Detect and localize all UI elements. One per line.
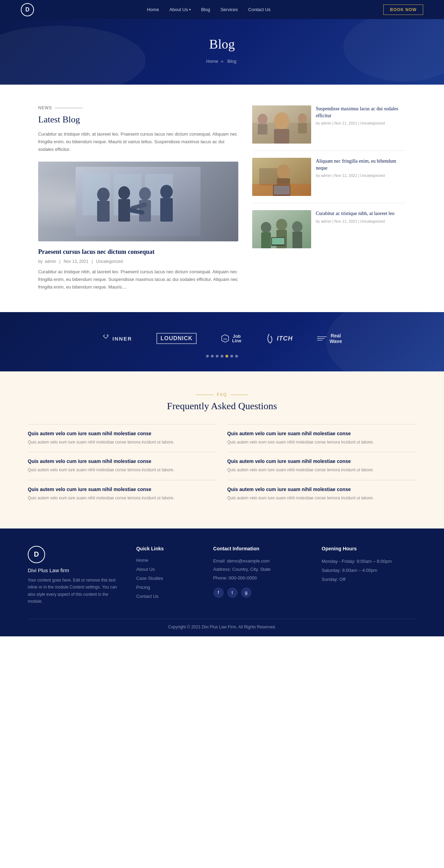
faq-question-3[interactable]: Quis autem velo cum iure suam nihil mole… bbox=[28, 458, 217, 464]
breadcrumb: Home » Blog bbox=[7, 59, 437, 64]
hours-sunday: Sunday: Off bbox=[322, 575, 416, 584]
svg-rect-39 bbox=[272, 238, 284, 244]
footer-links-list: Home About Us Case Studies Pricing Conta… bbox=[136, 557, 199, 599]
featured-image-svg bbox=[76, 167, 200, 236]
svg-text:Job: Job bbox=[223, 338, 227, 340]
footer-quick-links-col: Quick Links Home About Us Case Studies P… bbox=[136, 546, 199, 605]
faq-title: Frequently Asked Questions bbox=[28, 401, 416, 412]
navbar-links: Home About Us Blog Services Contact Us bbox=[147, 7, 270, 12]
faq-question-2[interactable]: Quis autem velo cum iure suam nihil mole… bbox=[227, 431, 416, 436]
dot-2[interactable] bbox=[211, 355, 214, 358]
sidebar-thumb-3 bbox=[252, 210, 311, 248]
sidebar-article-1: Suspendisse maximus lacus ac dui sodales… bbox=[252, 105, 406, 151]
blog-right-col: Suspendisse maximus lacus ac dui sodales… bbox=[252, 105, 406, 291]
brand-jobline: Job Job Line bbox=[221, 334, 241, 343]
featured-article-excerpt: Curabitur ac tristique nibh, at laoreet … bbox=[38, 268, 238, 291]
sidebar-article-3: Curabitur ac tristique nibh, at laoreet … bbox=[252, 210, 406, 255]
sidebar-article-3-title[interactable]: Curabitur ac tristique nibh, at laoreet … bbox=[316, 210, 406, 217]
svg-point-7 bbox=[118, 186, 130, 199]
nav-blog[interactable]: Blog bbox=[201, 7, 210, 12]
footer-contact-col: Contact Information Email: demo@example.… bbox=[213, 546, 308, 605]
sidebar-thumb-2 bbox=[252, 158, 311, 196]
faq-item-4: Quis autem velo cum iure suam nihil mole… bbox=[227, 452, 416, 480]
latest-blog-desc: Curabitur ac tristique nibh, at laoreet … bbox=[38, 130, 238, 153]
brand-inner: INNER bbox=[102, 335, 132, 342]
carousel-dots bbox=[7, 355, 437, 358]
faq-answer-2: Quis autem velo eum iure suam nihil mole… bbox=[227, 439, 416, 446]
dot-6[interactable] bbox=[230, 355, 233, 358]
featured-article-title[interactable]: Praesent cursus lacus nec dictum consequ… bbox=[38, 248, 238, 256]
dot-3[interactable] bbox=[216, 355, 219, 358]
svg-point-18 bbox=[274, 112, 289, 130]
dot-4[interactable] bbox=[221, 355, 223, 358]
footer-bottom: Copyright © 2021 Divi Plus Law Firm. All… bbox=[28, 619, 416, 629]
svg-rect-30 bbox=[252, 184, 311, 196]
sidebar-article-1-meta: by admin | Nov 11, 2021 | Uncategorized bbox=[316, 121, 406, 125]
featured-article-meta: by admin | Nov 13, 2021 | Uncategorized bbox=[38, 259, 238, 264]
brands-section: INNER LOUDNICK Job Job Line ITCH bbox=[0, 312, 444, 372]
svg-rect-37 bbox=[292, 232, 302, 248]
breadcrumb-home[interactable]: Home bbox=[206, 59, 218, 64]
faq-question-6[interactable]: Quis autem velo cum iure suam nihil mole… bbox=[227, 487, 416, 492]
faq-header: FAQ Frequently Asked Questions bbox=[28, 392, 416, 412]
faq-item-2: Quis autem velo cum iure suam nihil mole… bbox=[227, 424, 416, 452]
hours-saturday: Saturday: 8:00am – 4:00pm bbox=[322, 566, 416, 575]
social-facebook[interactable]: f bbox=[213, 587, 224, 598]
svg-rect-6 bbox=[97, 201, 110, 222]
svg-rect-19 bbox=[274, 129, 289, 144]
svg-point-26 bbox=[277, 164, 290, 179]
dot-5[interactable] bbox=[225, 355, 228, 358]
nav-contact[interactable]: Contact Us bbox=[248, 7, 271, 12]
faq-question-4[interactable]: Quis autem velo cum iure suam nihil mole… bbox=[227, 458, 416, 464]
faq-item-5: Quis autem velo cum iure suam nihil mole… bbox=[28, 480, 217, 508]
svg-rect-23 bbox=[298, 123, 307, 134]
social-google[interactable]: g bbox=[241, 587, 251, 598]
sidebar-thumb-1 bbox=[252, 105, 311, 144]
faq-answer-6: Quis autem velo eum iure suam nihil mole… bbox=[227, 495, 416, 501]
svg-point-22 bbox=[298, 113, 307, 124]
faq-question-5[interactable]: Quis autem velo cum iure suam nihil mole… bbox=[28, 487, 217, 492]
footer-link-case: Case Studies bbox=[136, 575, 199, 581]
footer-link-home: Home bbox=[136, 557, 199, 563]
brand-pitch: ITCH bbox=[266, 333, 293, 344]
footer-hours: Monday - Friday: 8:00am – 8:00pm Saturda… bbox=[322, 557, 416, 584]
faq-question-1[interactable]: Quis autem velo cum iure suam nihil mole… bbox=[28, 431, 217, 436]
dot-1[interactable] bbox=[206, 355, 209, 358]
footer-company-col: D Divi Plus Law firm Your content goes h… bbox=[28, 546, 122, 605]
copyright-text: Copyright © 2021 Divi Plus Law Firm. All… bbox=[168, 625, 276, 629]
footer-hours-col: Opening Hours Monday - Friday: 8:00am – … bbox=[322, 546, 416, 605]
svg-point-34 bbox=[276, 219, 287, 231]
hours-weekday: Monday - Friday: 8:00am – 8:00pm bbox=[322, 557, 416, 566]
sidebar-article-3-meta: by admin | Nov 11, 2021 | Uncategorized bbox=[316, 219, 406, 223]
faq-answer-1: Quis autem velo eum iure suam nihil mole… bbox=[28, 439, 217, 446]
navbar-logo[interactable]: D bbox=[21, 3, 34, 16]
dot-7[interactable] bbox=[235, 355, 238, 358]
faq-section: FAQ Frequently Asked Questions Quis aute… bbox=[0, 371, 444, 528]
sidebar-article-2: Aliquam nec fringilla enim, eu bibendum … bbox=[252, 158, 406, 203]
footer-hours-title: Opening Hours bbox=[322, 546, 416, 551]
brands-row: INNER LOUDNICK Job Job Line ITCH bbox=[7, 333, 437, 345]
faq-answer-4: Quis autem velo eum iure suam nihil mole… bbox=[227, 467, 416, 473]
svg-point-32 bbox=[261, 222, 271, 233]
book-now-button[interactable]: BOOK NOW bbox=[383, 5, 423, 15]
nav-services[interactable]: Services bbox=[221, 7, 238, 12]
brand-realwave: Real Wave bbox=[317, 333, 342, 345]
nav-about[interactable]: About Us bbox=[169, 7, 190, 12]
hero-title: Blog bbox=[7, 36, 437, 52]
svg-point-20 bbox=[258, 114, 267, 125]
news-label: News bbox=[38, 105, 238, 110]
svg-rect-21 bbox=[258, 124, 267, 135]
footer-logo: D bbox=[28, 546, 45, 563]
brand-loudnick: LOUDNICK bbox=[156, 333, 197, 344]
svg-rect-33 bbox=[261, 232, 271, 248]
footer-link-contact: Contact Us bbox=[136, 593, 199, 599]
blog-section: News Latest Blog Curabitur ac tristique … bbox=[31, 85, 413, 312]
svg-point-11 bbox=[160, 185, 173, 199]
sidebar-article-1-title[interactable]: Suspendisse maximus lacus ac dui sodales… bbox=[316, 105, 406, 119]
footer-contact-title: Contact Information bbox=[213, 546, 308, 551]
faq-answer-5: Quis autem velo eum iure suam nihil mole… bbox=[28, 495, 217, 501]
nav-home[interactable]: Home bbox=[147, 7, 159, 12]
sidebar-article-2-title[interactable]: Aliquam nec fringilla enim, eu bibendum … bbox=[316, 158, 406, 171]
footer-company-name: Divi Plus Law firm bbox=[28, 567, 122, 573]
social-twitter[interactable]: t bbox=[227, 587, 238, 598]
